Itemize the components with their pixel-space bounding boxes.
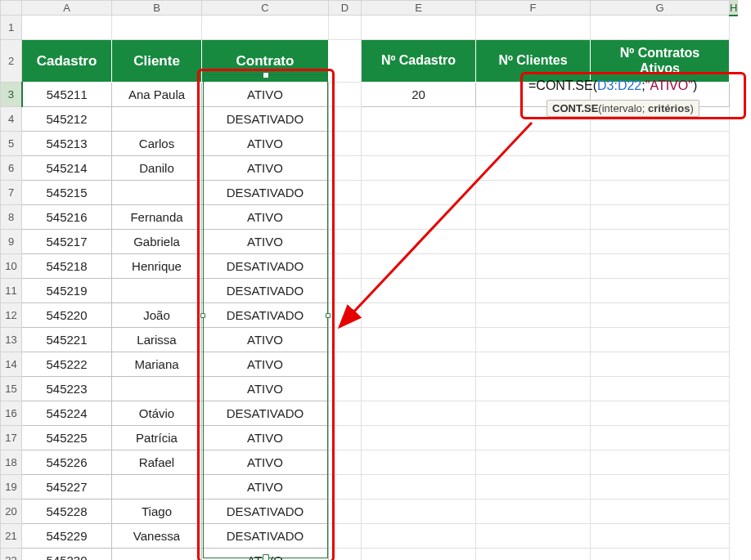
row-header-21[interactable]: 21 <box>1 524 22 549</box>
row-header-18[interactable]: 18 <box>1 450 22 475</box>
cell-C20[interactable]: Tiago <box>112 500 202 524</box>
cell-D6[interactable]: ATIVO <box>202 156 329 181</box>
select-all-corner[interactable] <box>1 1 22 16</box>
row-header-12[interactable]: 12 <box>1 303 22 328</box>
cell-D12[interactable]: DESATIVADO <box>202 303 329 328</box>
cell-D15[interactable]: ATIVO <box>202 377 329 401</box>
cell-B3[interactable]: 545211 <box>22 83 112 107</box>
cell-C13[interactable]: Larissa <box>112 328 202 352</box>
row-header-10[interactable]: 10 <box>1 254 22 279</box>
col-header-B[interactable]: B <box>112 1 202 16</box>
cell-C17[interactable]: Patrícia <box>112 426 202 450</box>
cell-D13[interactable]: ATIVO <box>202 328 329 352</box>
cell-B17[interactable]: 545225 <box>22 426 112 450</box>
cell-D9[interactable]: ATIVO <box>202 230 329 254</box>
row-header-13[interactable]: 13 <box>1 328 22 352</box>
cell-B12[interactable]: 545220 <box>22 303 112 328</box>
col-header-C[interactable]: C <box>202 1 329 16</box>
cell-D7[interactable]: DESATIVADO <box>202 181 329 205</box>
cell-D10[interactable]: DESATIVADO <box>202 254 329 279</box>
col-header-G[interactable]: G <box>591 1 730 16</box>
cell-B8[interactable]: 545216 <box>22 205 112 230</box>
header-cliente[interactable]: Cliente <box>112 40 202 83</box>
cell-C15[interactable] <box>112 377 202 401</box>
cell-C6[interactable]: Danilo <box>112 156 202 181</box>
row-header-6[interactable]: 6 <box>1 156 22 181</box>
cell-D4[interactable]: DESATIVADO <box>202 107 329 132</box>
row-header-8[interactable]: 8 <box>1 205 22 230</box>
cell-C16[interactable]: Otávio <box>112 401 202 426</box>
cell-C3[interactable]: Ana Paula <box>112 83 202 107</box>
cell-D16[interactable]: DESATIVADO <box>202 401 329 426</box>
cell-C14[interactable]: Mariana <box>112 352 202 377</box>
row-header-20[interactable]: 20 <box>1 500 22 524</box>
row-header-1[interactable]: 1 <box>1 16 22 40</box>
cell-B19[interactable]: 545227 <box>22 475 112 500</box>
cell-F3-ncadastro[interactable]: 20 <box>362 83 476 107</box>
row-header-4[interactable]: 4 <box>1 107 22 132</box>
col-header-A[interactable]: A <box>22 1 112 16</box>
formula-criteria: "ATIVO" <box>645 78 693 92</box>
row-header-11[interactable]: 11 <box>1 279 22 303</box>
row-header-14[interactable]: 14 <box>1 352 22 377</box>
cell-B5[interactable]: 545213 <box>22 132 112 156</box>
cell-B20[interactable]: 545228 <box>22 500 112 524</box>
cell-B21[interactable]: 545229 <box>22 524 112 549</box>
cell-C8[interactable]: Fernanda <box>112 205 202 230</box>
cell-C19[interactable] <box>112 475 202 500</box>
row-header-9[interactable]: 9 <box>1 230 22 254</box>
cell-C10[interactable]: Henrique <box>112 254 202 279</box>
cell-C21[interactable]: Vanessa <box>112 524 202 549</box>
cell-C18[interactable]: Rafael <box>112 450 202 475</box>
cell-B18[interactable]: 545226 <box>22 450 112 475</box>
column-header-row[interactable]: A B C D E F G H <box>1 1 738 16</box>
cell-D17[interactable]: ATIVO <box>202 426 329 450</box>
header-nclientes[interactable]: Nº Clientes <box>476 40 591 83</box>
cell-C7[interactable] <box>112 181 202 205</box>
row-header-7[interactable]: 7 <box>1 181 22 205</box>
header-cadastro[interactable]: Cadastro <box>22 40 112 83</box>
cell-B4[interactable]: 545212 <box>22 107 112 132</box>
row-header-15[interactable]: 15 <box>1 377 22 401</box>
cell-C4[interactable] <box>112 107 202 132</box>
cell-D14[interactable]: ATIVO <box>202 352 329 377</box>
cell-B9[interactable]: 545217 <box>22 230 112 254</box>
row-header-22[interactable]: 22 <box>1 549 22 561</box>
cell-B6[interactable]: 545214 <box>22 156 112 181</box>
cell-D19[interactable]: ATIVO <box>202 475 329 500</box>
row-header-2[interactable]: 2 <box>1 40 22 83</box>
cell-B7[interactable]: 545215 <box>22 181 112 205</box>
cell-D20[interactable]: DESATIVADO <box>202 500 329 524</box>
cell-C22[interactable] <box>112 549 202 561</box>
cell-D21[interactable]: DESATIVADO <box>202 524 329 549</box>
cell-B22[interactable]: 545230 <box>22 549 112 561</box>
cell-D22[interactable]: ATIVO <box>202 549 329 561</box>
header-contrato[interactable]: Contrato <box>202 40 329 83</box>
cell-D3[interactable]: ATIVO <box>202 83 329 107</box>
row-header-16[interactable]: 16 <box>1 401 22 426</box>
row-header-17[interactable]: 17 <box>1 426 22 450</box>
cell-C11[interactable] <box>112 279 202 303</box>
cell-C5[interactable]: Carlos <box>112 132 202 156</box>
cell-B14[interactable]: 545222 <box>22 352 112 377</box>
cell-B15[interactable]: 545223 <box>22 377 112 401</box>
row-header-5[interactable]: 5 <box>1 132 22 156</box>
cell-B16[interactable]: 545224 <box>22 401 112 426</box>
cell-B13[interactable]: 545221 <box>22 328 112 352</box>
col-header-D[interactable]: D <box>329 1 362 16</box>
col-header-H[interactable]: H <box>730 1 738 16</box>
row-header-19[interactable]: 19 <box>1 475 22 500</box>
col-header-F[interactable]: F <box>476 1 591 16</box>
row-header-3[interactable]: 3 <box>1 83 22 107</box>
cell-B10[interactable]: 545218 <box>22 254 112 279</box>
cell-D5[interactable]: ATIVO <box>202 132 329 156</box>
cell-B11[interactable]: 545219 <box>22 279 112 303</box>
col-header-E[interactable]: E <box>362 1 476 16</box>
cell-D18[interactable]: ATIVO <box>202 450 329 475</box>
header-ncontratos[interactable]: Nº Contratos Ativos <box>591 40 730 83</box>
cell-D8[interactable]: ATIVO <box>202 205 329 230</box>
cell-D11[interactable]: DESATIVADO <box>202 279 329 303</box>
cell-C12[interactable]: João <box>112 303 202 328</box>
cell-C9[interactable]: Gabriela <box>112 230 202 254</box>
header-ncadastro[interactable]: Nº Cadastro <box>362 40 476 83</box>
